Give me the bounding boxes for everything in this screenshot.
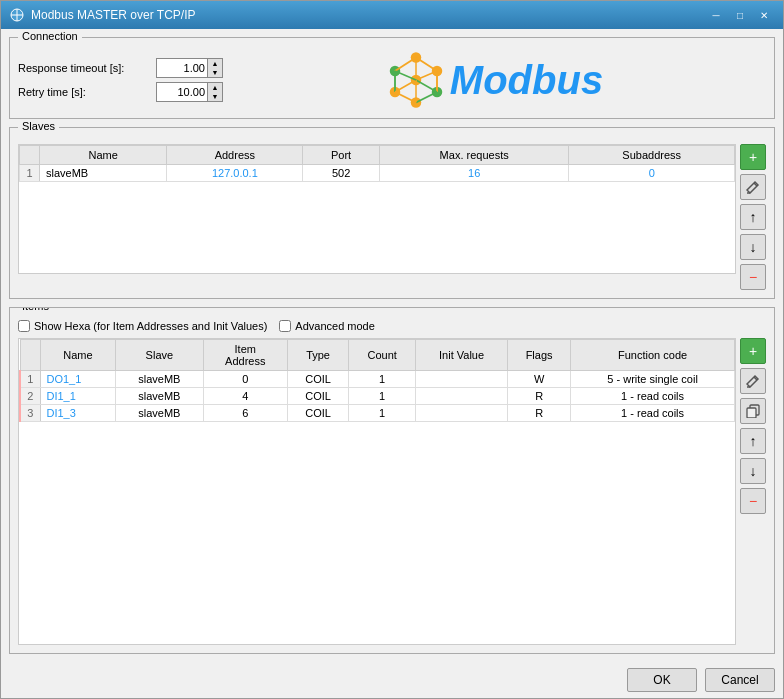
copy-icon: [746, 404, 760, 418]
items-row-type: COIL: [287, 405, 348, 422]
slaves-down-button[interactable]: ↓: [740, 234, 766, 260]
retry-time-down[interactable]: ▼: [208, 92, 222, 101]
items-remove-button[interactable]: −: [740, 488, 766, 514]
items-row[interactable]: 1 DO1_1 slaveMB 0 COIL 1 W 5 - write sin…: [20, 371, 735, 388]
response-timeout-label: Response timeout [s]:: [18, 62, 148, 74]
slaves-add-button[interactable]: +: [740, 144, 766, 170]
advanced-mode-text: Advanced mode: [295, 320, 375, 332]
slaves-col-name: Name: [40, 146, 167, 165]
svg-line-10: [416, 58, 437, 72]
slaves-col-num: [20, 146, 40, 165]
items-row-num: 3: [20, 405, 40, 422]
items-col-function-code: Function code: [571, 340, 735, 371]
slaves-table-area: Name Address Port Max. requests Subaddre…: [18, 144, 766, 290]
items-header-row: Name Slave ItemAddress Type Count Init V…: [20, 340, 735, 371]
items-col-count: Count: [349, 340, 416, 371]
show-hexa-label[interactable]: Show Hexa (for Item Addresses and Init V…: [18, 320, 267, 332]
items-row-init-value: [416, 371, 508, 388]
slaves-row[interactable]: 1 slaveMB 127.0.0.1 502 16 0: [20, 165, 735, 182]
items-row-count: 1: [349, 388, 416, 405]
svg-line-17: [416, 71, 437, 80]
items-row-function-code: 5 - write single coil: [571, 371, 735, 388]
items-col-slave: Slave: [116, 340, 203, 371]
window-icon: [9, 7, 25, 23]
main-window: Modbus MASTER over TCP/IP ─ □ ✕ Connecti…: [0, 0, 784, 699]
items-table-container: Name Slave ItemAddress Type Count Init V…: [18, 338, 736, 645]
slaves-legend: Slaves: [18, 120, 59, 132]
items-col-init-value: Init Value: [416, 340, 508, 371]
items-row-num: 1: [20, 371, 40, 388]
items-down-button[interactable]: ↓: [740, 458, 766, 484]
items-row-name: DI1_1: [40, 388, 116, 405]
response-timeout-down[interactable]: ▼: [208, 68, 222, 77]
slaves-row-max-requests: 16: [379, 165, 569, 182]
connection-legend: Connection: [18, 30, 82, 42]
svg-rect-27: [747, 408, 756, 418]
slaves-remove-button[interactable]: −: [740, 264, 766, 290]
items-col-item-address: ItemAddress: [203, 340, 287, 371]
items-row-name: DI1_3: [40, 405, 116, 422]
response-timeout-input[interactable]: [157, 59, 207, 77]
items-row-init-value: [416, 388, 508, 405]
response-timeout-input-group: ▲ ▼: [156, 58, 223, 78]
svg-line-13: [395, 92, 416, 103]
slaves-table: Name Address Port Max. requests Subaddre…: [19, 145, 735, 182]
slaves-col-port: Port: [303, 146, 380, 165]
response-timeout-row: Response timeout [s]: ▲ ▼: [18, 58, 223, 78]
svg-line-15: [395, 58, 416, 72]
svg-line-20: [395, 80, 416, 92]
items-edit-icon: [746, 374, 760, 388]
items-row-type: COIL: [287, 371, 348, 388]
items-row-num: 2: [20, 388, 40, 405]
close-button[interactable]: ✕: [753, 6, 775, 24]
items-up-button[interactable]: ↑: [740, 428, 766, 454]
items-row[interactable]: 2 DI1_1 slaveMB 4 COIL 1 R 1 - read coil…: [20, 388, 735, 405]
slaves-tbody: 1 slaveMB 127.0.0.1 502 16 0: [20, 165, 735, 182]
items-row-function-code: 1 - read coils: [571, 405, 735, 422]
items-row[interactable]: 3 DI1_3 slaveMB 6 COIL 1 R 1 - read coil…: [20, 405, 735, 422]
retry-time-label: Retry time [s]:: [18, 86, 148, 98]
items-row-type: COIL: [287, 388, 348, 405]
items-legend: Items: [18, 307, 53, 312]
items-row-function-code: 1 - read coils: [571, 388, 735, 405]
cancel-button[interactable]: Cancel: [705, 668, 775, 692]
slaves-edit-button[interactable]: [740, 174, 766, 200]
svg-line-21: [395, 71, 416, 80]
minimize-button[interactable]: ─: [705, 6, 727, 24]
slaves-col-max-requests: Max. requests: [379, 146, 569, 165]
logo-area: Modbus: [223, 50, 766, 110]
items-side-buttons: + ↑ ↓: [740, 338, 766, 645]
retry-time-up[interactable]: ▲: [208, 83, 222, 92]
items-row-flags: R: [508, 405, 571, 422]
items-col-num: [20, 340, 40, 371]
items-row-item-address: 0: [203, 371, 287, 388]
slaves-row-address: 127.0.0.1: [167, 165, 303, 182]
items-row-item-address: 6: [203, 405, 287, 422]
slaves-row-name: slaveMB: [40, 165, 167, 182]
svg-line-18: [416, 80, 437, 92]
retry-time-input[interactable]: [157, 83, 207, 101]
slaves-up-button[interactable]: ↑: [740, 204, 766, 230]
items-row-init-value: [416, 405, 508, 422]
advanced-mode-checkbox[interactable]: [279, 320, 291, 332]
items-tbody: 1 DO1_1 slaveMB 0 COIL 1 W 5 - write sin…: [20, 371, 735, 422]
ok-button[interactable]: OK: [627, 668, 697, 692]
slaves-header-row: Name Address Port Max. requests Subaddre…: [20, 146, 735, 165]
items-copy-button[interactable]: [740, 398, 766, 424]
title-bar-controls: ─ □ ✕: [705, 6, 775, 24]
advanced-mode-label[interactable]: Advanced mode: [279, 320, 375, 332]
retry-time-spinner: ▲ ▼: [207, 83, 222, 101]
slaves-table-container: Name Address Port Max. requests Subaddre…: [18, 144, 736, 274]
items-col-name: Name: [40, 340, 116, 371]
items-add-button[interactable]: +: [740, 338, 766, 364]
items-row-flags: R: [508, 388, 571, 405]
show-hexa-checkbox[interactable]: [18, 320, 30, 332]
items-table-area: Name Slave ItemAddress Type Count Init V…: [18, 338, 766, 645]
items-row-name: DO1_1: [40, 371, 116, 388]
title-bar: Modbus MASTER over TCP/IP ─ □ ✕: [1, 1, 783, 29]
logo-text: Modbus: [450, 58, 603, 103]
maximize-button[interactable]: □: [729, 6, 751, 24]
items-edit-button[interactable]: [740, 368, 766, 394]
slaves-col-subaddress: Subaddress: [569, 146, 735, 165]
response-timeout-up[interactable]: ▲: [208, 59, 222, 68]
